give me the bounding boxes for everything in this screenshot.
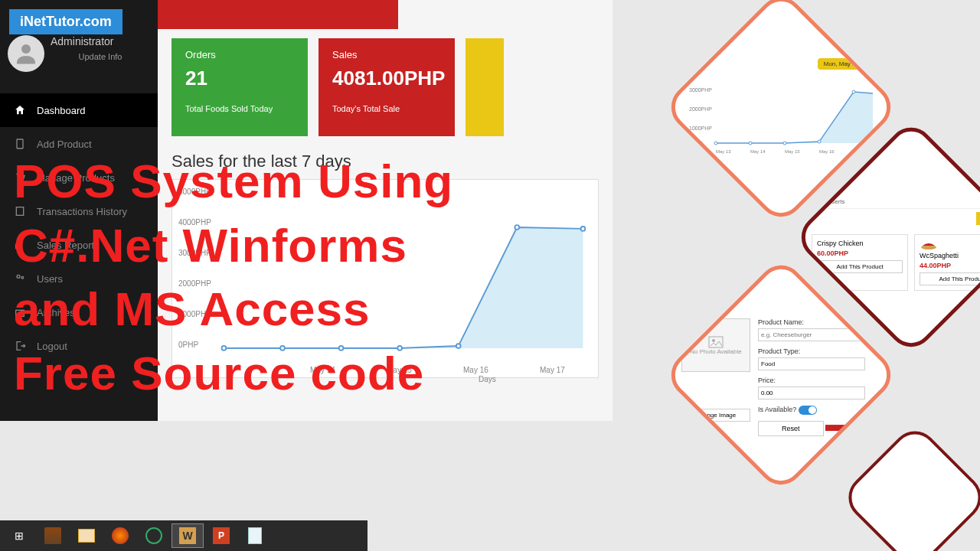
product-panel: ◆Desserts 🛒 Search Crispy Chicken 60.00P… (812, 195, 980, 291)
x-tick: May 16 (463, 366, 488, 374)
user-role: Administrator (51, 35, 150, 47)
add-product-button[interactable]: Add This Product (817, 260, 903, 273)
svg-text:May 14: May 14 (750, 149, 766, 154)
svg-point-17 (714, 142, 717, 145)
update-info-link[interactable]: Update Info (51, 52, 150, 61)
taskbar-firefox[interactable] (104, 523, 136, 548)
windows-taskbar: ⊞ W P (0, 520, 368, 551)
product-name: WcSpaghetti (920, 252, 980, 259)
home-icon (14, 104, 26, 116)
taskbar-app[interactable] (138, 523, 170, 548)
preview-diamond-blank (839, 422, 980, 551)
svg-text:May 17: May 17 (854, 149, 869, 154)
svg-point-10 (456, 344, 461, 348)
available-label: Is Available? (758, 406, 796, 413)
card-title: Orders (185, 49, 294, 60)
svg-text:May 16: May 16 (819, 149, 835, 154)
product-form: No Photo Available Product Name: Product… (681, 318, 880, 442)
svg-text:1000PHP: 1000PHP (689, 126, 712, 131)
search-button[interactable]: Search (976, 212, 980, 225)
add-product-button[interactable]: Add This Product (920, 272, 980, 285)
extra-card (466, 38, 504, 136)
type-label: Product Type: (758, 347, 880, 355)
watermark-badge: iNetTutor.com (9, 9, 122, 34)
start-button[interactable]: ⊞ (3, 523, 35, 548)
product-name: Crispy Chicken (817, 240, 903, 247)
svg-point-0 (21, 44, 31, 54)
titlebar (158, 0, 398, 29)
card-subtitle: Total Foods Sold Today (185, 104, 294, 113)
svg-text:May 15: May 15 (785, 149, 800, 154)
date-badge: Mon, May 17 2021 (818, 58, 880, 70)
taskbar-word[interactable]: W (172, 523, 204, 548)
product-price: 44.00PHP (920, 262, 980, 269)
nav-label: Add Product (37, 139, 92, 150)
svg-text:3000PHP: 3000PHP (689, 87, 712, 93)
change-image-button[interactable]: Change Image (681, 409, 750, 422)
taskbar-explorer[interactable] (70, 523, 103, 548)
svg-point-18 (749, 142, 752, 145)
avatar[interactable] (8, 35, 44, 72)
x-axis-title: Days (479, 375, 496, 383)
orders-card: Orders 21 Total Foods Sold Today (172, 38, 308, 136)
nav-label: Dashboard (37, 105, 86, 116)
svg-point-29 (712, 339, 715, 342)
name-label: Product Name: (758, 318, 880, 326)
price-input[interactable] (758, 386, 865, 399)
taskbar-notepad[interactable] (239, 523, 271, 548)
available-toggle[interactable] (799, 406, 817, 415)
svg-rect-1 (17, 139, 23, 148)
card-title: Sales (332, 49, 441, 60)
product-price: 60.00PHP (817, 249, 903, 257)
nav-dashboard[interactable]: Dashboard (0, 93, 158, 127)
svg-text:0PHP: 0PHP (689, 141, 704, 146)
product-name-input[interactable] (758, 328, 865, 341)
clipboard-icon (14, 138, 26, 150)
save-button[interactable] (825, 425, 871, 431)
price-label: Price: (758, 377, 880, 384)
sales-card: Sales 4081.00PHP Today's Total Sale (318, 38, 455, 136)
reset-button[interactable]: Reset (758, 421, 824, 436)
svg-point-21 (852, 90, 855, 93)
card-value: 4081.00PHP (332, 67, 441, 90)
category-tab[interactable]: Desserts (821, 198, 845, 205)
preview-diamonds: Mon, May 17 2021 3000PHP 2000PHP 1000PHP… (521, 0, 980, 551)
card-subtitle: Today's Total Sale (332, 104, 441, 113)
svg-point-19 (783, 142, 786, 145)
taskbar-powerpoint[interactable]: P (205, 523, 237, 548)
svg-point-20 (818, 140, 821, 143)
product-card: Crispy Chicken 60.00PHP Add This Product (812, 234, 908, 291)
svg-point-11 (514, 225, 519, 230)
mini-chart: Mon, May 17 2021 3000PHP 2000PHP 1000PHP… (681, 55, 880, 170)
user-area: Administrator Update Info (0, 29, 158, 78)
svg-text:May 13: May 13 (716, 149, 731, 154)
image-placeholder: No Photo Available (681, 318, 750, 372)
promo-title-overlay: POS System UsingC#.Net Winformsand MS Ac… (14, 149, 453, 406)
card-value: 21 (185, 67, 294, 90)
product-card: WcSpaghetti 44.00PHP Add This Product (914, 234, 980, 291)
svg-text:2000PHP: 2000PHP (689, 106, 712, 112)
product-type-input[interactable] (758, 357, 865, 370)
taskbar-winrar[interactable] (37, 523, 69, 548)
